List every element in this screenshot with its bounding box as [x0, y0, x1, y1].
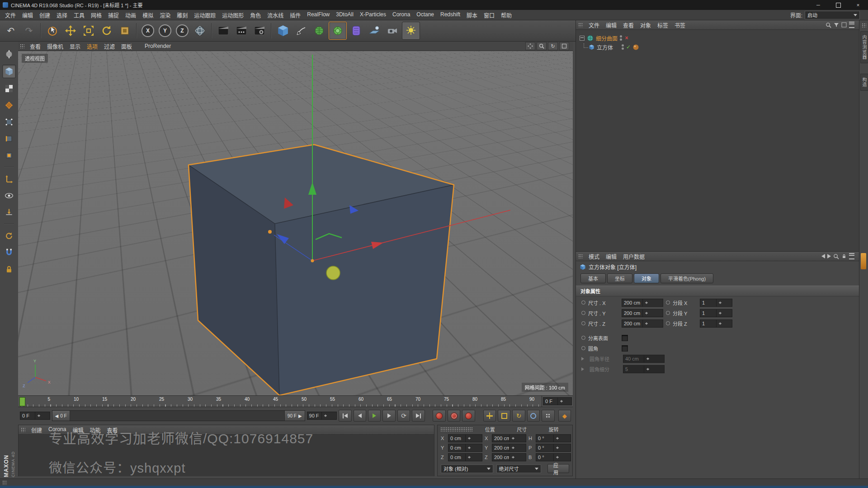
viewport-menu-options[interactable]: 选项: [84, 42, 100, 50]
size-x-field[interactable]: 200 cm: [492, 434, 526, 442]
menu-item[interactable]: 标签: [654, 21, 671, 29]
menu-item[interactable]: 运动图形: [219, 11, 247, 19]
keyframe-selection-button[interactable]: ◆: [558, 410, 571, 422]
record-keyframe-button[interactable]: [433, 410, 445, 422]
spinner[interactable]: [321, 412, 336, 419]
menu-item[interactable]: 创建: [36, 11, 53, 19]
history-back-icon[interactable]: [821, 254, 825, 258]
live-selection-button[interactable]: [44, 22, 61, 39]
deformer-button[interactable]: [348, 22, 365, 39]
object-row-cube[interactable]: 立方体 ✓: [576, 42, 859, 52]
expander-icon[interactable]: [580, 36, 585, 41]
visibility-dots-icon[interactable]: [622, 44, 624, 50]
menu-item[interactable]: Corona: [45, 426, 69, 434]
lock-icon[interactable]: [841, 253, 847, 259]
viewport-canvas[interactable]: Y X Z 透视视图 网格间距 : 100 cm: [18, 51, 573, 395]
search-icon[interactable]: [826, 22, 831, 28]
visibility-dots-icon[interactable]: [620, 35, 622, 41]
add-cube-button[interactable]: [274, 22, 292, 39]
size-field[interactable]: 200 cm: [622, 309, 663, 317]
spinner[interactable]: [557, 398, 572, 405]
enable-axis-button[interactable]: [3, 173, 15, 185]
viewport-menu-camera[interactable]: 摄像机: [44, 42, 66, 50]
panel-handle-icon[interactable]: [20, 44, 24, 48]
subdivision-surface-button[interactable]: [329, 22, 347, 40]
segment-field[interactable]: 1: [700, 309, 732, 317]
coordinate-mode-dropdown[interactable]: 对象 (相对): [441, 465, 493, 473]
panel-handle-icon[interactable]: [578, 254, 583, 258]
pos-y-field[interactable]: 0 cm: [448, 444, 482, 452]
structure-tab[interactable]: 构造: [860, 74, 868, 91]
play-button[interactable]: [368, 410, 381, 422]
content-browser-tab[interactable]: 内容浏览器: [860, 31, 868, 63]
rotate-tool-button[interactable]: [98, 22, 115, 39]
menu-item[interactable]: 对象: [637, 21, 654, 29]
x-axis-lock-button[interactable]: X: [140, 23, 156, 38]
current-frame-field[interactable]: 0 F: [20, 412, 50, 420]
phong-tag-icon[interactable]: [633, 44, 639, 50]
spinner[interactable]: [35, 412, 50, 419]
menu-item[interactable]: 插件: [287, 11, 304, 19]
move-tool-button[interactable]: [62, 22, 79, 39]
workplane-lock-button[interactable]: [3, 263, 15, 276]
object-name[interactable]: 细分曲面: [596, 34, 618, 42]
snap-toggle-button[interactable]: [3, 206, 15, 219]
make-editable-button[interactable]: [3, 48, 15, 61]
keyframe-circle-icon[interactable]: [666, 321, 670, 325]
object-row-subdivision[interactable]: 细分曲面 ×: [576, 33, 859, 42]
menu-item[interactable]: 文件: [2, 11, 19, 19]
size-z-field[interactable]: 200 cm: [492, 453, 526, 461]
pos-z-field[interactable]: 0 cm: [448, 453, 482, 461]
generator-button[interactable]: [311, 22, 328, 39]
render-picture-viewer-button[interactable]: [233, 22, 250, 39]
menu-item[interactable]: Octane: [413, 11, 437, 19]
range-end-grip[interactable]: 90 F▶: [284, 411, 305, 421]
toggle-view-icon[interactable]: [559, 42, 569, 50]
menu-item[interactable]: 书签: [671, 21, 689, 29]
rot-h-field[interactable]: 0 °: [536, 434, 571, 442]
layers-icon[interactable]: [841, 22, 847, 28]
record-rotation-toggle[interactable]: ↻: [512, 410, 525, 422]
keyframe-circle-icon[interactable]: [581, 300, 585, 305]
end-frame-field[interactable]: 90 F: [307, 412, 337, 420]
size-field[interactable]: 200 cm: [622, 299, 663, 307]
panel-handle-icon[interactable]: [578, 23, 583, 27]
record-parameter-toggle[interactable]: [527, 410, 540, 422]
maximize-button[interactable]: [828, 0, 848, 10]
menu-item[interactable]: 文件: [585, 21, 603, 29]
keyframe-circle-icon[interactable]: [581, 311, 585, 315]
workplane-mode-button[interactable]: [3, 99, 15, 112]
menu-item[interactable]: Redshift: [437, 11, 463, 19]
range-start-grip[interactable]: ◀0 F: [52, 411, 70, 421]
menu-item[interactable]: 查看: [620, 21, 637, 29]
keyframe-circle-icon[interactable]: [666, 311, 670, 315]
ruler-frame-field[interactable]: 0 F: [543, 397, 572, 405]
autokey-button[interactable]: [448, 410, 460, 422]
menu-item[interactable]: 编辑: [603, 21, 620, 29]
menu-item[interactable]: RealFlow: [304, 11, 333, 19]
segment-field[interactable]: 1: [700, 319, 732, 328]
menu-item[interactable]: 3DtoAll: [333, 11, 357, 19]
menu-item[interactable]: 编辑: [603, 253, 620, 260]
previous-frame-button[interactable]: [354, 410, 366, 422]
close-button[interactable]: ×: [848, 0, 868, 10]
keyframe-circle-icon[interactable]: [581, 346, 585, 350]
keyframe-circle-icon[interactable]: [581, 336, 585, 340]
pan-view-icon[interactable]: [525, 42, 535, 50]
camera-button[interactable]: [384, 22, 401, 39]
z-axis-lock-button[interactable]: Z: [175, 23, 190, 38]
panel-handle-icon[interactable]: [21, 427, 25, 432]
menu-item[interactable]: 模拟: [139, 11, 156, 19]
last-tool-button[interactable]: [116, 22, 133, 39]
timeline-ruler[interactable]: 051015202530354045505560657075808590: [18, 396, 542, 407]
tab-basic[interactable]: 基本: [580, 273, 606, 283]
object-tree[interactable]: 细分曲面 × 立方体 ✓: [576, 30, 859, 251]
filter-icon[interactable]: [834, 22, 839, 28]
segment-field[interactable]: 1: [700, 299, 732, 307]
menu-item[interactable]: 窗口: [481, 11, 498, 19]
menu-item[interactable]: 雕刻: [174, 11, 191, 19]
current-frame-marker[interactable]: [19, 397, 25, 406]
magnet-snap-button[interactable]: [3, 246, 15, 259]
pos-x-field[interactable]: 0 cm: [448, 434, 482, 442]
menu-item[interactable]: 脚本: [463, 11, 481, 19]
